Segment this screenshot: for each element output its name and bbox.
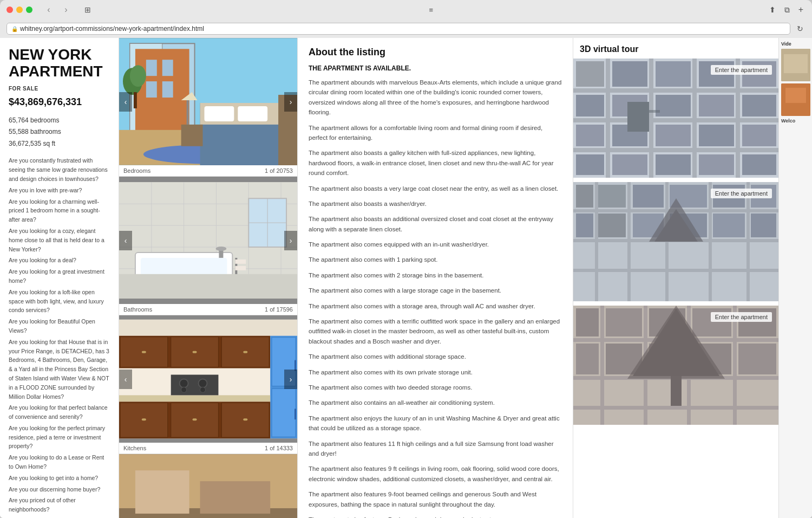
- svg-point-68: [181, 387, 187, 392]
- minimize-button[interactable]: [16, 7, 23, 13]
- svg-rect-155: [785, 88, 806, 103]
- menu-button[interactable]: ≡: [429, 6, 434, 14]
- kitchen-label-bar: Kitchens 1 of 14333: [119, 443, 297, 454]
- svg-rect-105: [649, 110, 660, 113]
- svg-point-35: [215, 247, 226, 251]
- kitchen-count: 1 of 14333: [265, 445, 293, 451]
- question-3: Are you looking for a charming well-pric…: [9, 197, 110, 224]
- nav-buttons: ‹ ›: [41, 4, 74, 15]
- price: $43,869,676,331: [9, 95, 110, 109]
- svg-rect-126: [713, 213, 745, 237]
- desc-para-10: The apartment also comes with a large st…: [309, 286, 562, 295]
- kitchen-next-button[interactable]: ›: [284, 370, 297, 389]
- question-4: Are you looking for a cozy, elegant home…: [9, 226, 110, 254]
- forward-button[interactable]: ›: [58, 4, 74, 15]
- desc-para-16: The apartment also contains an all-weath…: [309, 398, 562, 407]
- svg-rect-94: [576, 125, 604, 146]
- svg-rect-63: [193, 418, 197, 420]
- question-6: Are you looking for a great investment h…: [9, 267, 110, 286]
- desc-para-14: The apartment also comes with its own pr…: [309, 367, 562, 377]
- living-section: [119, 454, 297, 518]
- svg-rect-139: [576, 308, 599, 336]
- svg-rect-127: [751, 213, 776, 237]
- bedroom-section: ‹ › Bedrooms 1 of 20753: [119, 38, 297, 177]
- desc-para-19: The apartment also features 9 ft ceiling…: [309, 464, 562, 484]
- svg-rect-84: [576, 61, 604, 87]
- svg-rect-97: [699, 125, 734, 146]
- svg-rect-82: [573, 118, 778, 122]
- svg-rect-85: [612, 61, 647, 87]
- svg-rect-102: [699, 154, 734, 175]
- address-bar[interactable]: 🔒 whitney.org/artport-commissions/new-yo…: [6, 23, 790, 35]
- bedroom-photo-container: ‹ ›: [119, 38, 297, 165]
- vt-image-2-container[interactable]: Enter the apartment: [573, 182, 778, 301]
- bedroom-next-button[interactable]: ›: [284, 92, 297, 112]
- bathroom-next-button[interactable]: ›: [284, 231, 297, 250]
- vt-image-3-container[interactable]: Enter the apartment: [573, 306, 778, 425]
- question-14: Are you our discerning home buyer?: [9, 485, 110, 494]
- vt-enter-label-3[interactable]: Enter the apartment: [711, 312, 772, 322]
- svg-rect-144: [576, 344, 599, 374]
- fullscreen-button[interactable]: ⧉: [782, 4, 792, 16]
- svg-rect-42: [119, 274, 297, 299]
- new-tab-button[interactable]: +: [796, 4, 806, 16]
- bedroom-prev-button[interactable]: ‹: [119, 92, 132, 112]
- svg-rect-116: [576, 185, 593, 208]
- reload-button[interactable]: ↻: [795, 23, 806, 34]
- right-thumb-2[interactable]: [781, 83, 810, 116]
- right-welcome-label: Welco: [781, 117, 810, 125]
- question-9: Are you looking for that House that is i…: [9, 338, 110, 402]
- svg-rect-83: [573, 148, 778, 152]
- bathroom-label-bar: Bathrooms 1 of 17596: [119, 304, 297, 315]
- question-10: Are you looking for that perfect balance…: [9, 403, 110, 422]
- svg-rect-118: [633, 185, 664, 208]
- svg-point-69: [200, 387, 206, 392]
- svg-rect-99: [576, 154, 604, 175]
- desc-para-17: The apartment also enjoys the luxury of …: [309, 413, 562, 433]
- svg-rect-115: [573, 269, 778, 272]
- maximize-button[interactable]: [26, 7, 32, 13]
- main-content: ‹ › Bedrooms 1 of 20753: [119, 38, 812, 518]
- svg-rect-153: [784, 54, 808, 73]
- apt-available: THE APARTMENT IS AVAILABLE.: [309, 64, 562, 72]
- question-11: Are you looking for the perfect primary …: [9, 424, 110, 451]
- question-15: Are you priced out of other neighborhood…: [9, 496, 110, 514]
- back-button[interactable]: ‹: [41, 4, 56, 15]
- close-button[interactable]: [6, 7, 13, 13]
- vt-image-2: [573, 182, 778, 301]
- svg-rect-138: [573, 406, 778, 410]
- desc-para-5: The apartment also boasts a washer/dryer…: [309, 199, 562, 209]
- bathroom-count: 1 of 17596: [265, 306, 293, 313]
- vt-image-1-container[interactable]: Enter the apartment: [573, 59, 778, 178]
- svg-rect-3: [135, 49, 189, 135]
- svg-rect-4: [146, 60, 157, 76]
- sidebar-toggle-button[interactable]: ⊞: [80, 4, 95, 15]
- vt-enter-label-1[interactable]: Enter the apartment: [711, 65, 772, 75]
- question-7: Are you looking for a loft-like open spa…: [9, 288, 110, 315]
- question-5: Are you looking for a deal?: [9, 256, 110, 265]
- sidebar-questions: Are you constantly frustrated with seein…: [9, 156, 110, 518]
- question-1: Are you constantly frustrated with seein…: [9, 156, 110, 183]
- svg-rect-34: [219, 250, 223, 258]
- browser-toolbar: 🔒 whitney.org/artport-commissions/new-yo…: [0, 20, 812, 38]
- svg-rect-89: [576, 95, 604, 116]
- svg-rect-18: [187, 100, 189, 127]
- bathroom-prev-button[interactable]: ‹: [119, 231, 132, 250]
- svg-rect-103: [742, 154, 776, 175]
- svg-rect-41: [235, 266, 246, 270]
- desc-para-11: The apartment also comes with a storage …: [309, 301, 562, 311]
- desc-para-3: The apartment also boasts a galley kitch…: [309, 148, 562, 178]
- svg-rect-140: [606, 308, 642, 336]
- right-thumb-1[interactable]: [781, 49, 810, 81]
- svg-rect-54: [272, 388, 296, 437]
- sqft-stat: 36,672,535 sq ft: [9, 138, 110, 150]
- svg-rect-5: [162, 60, 173, 76]
- svg-rect-91: [656, 95, 691, 116]
- svg-rect-40: [235, 260, 246, 264]
- kitchen-photo-container: ‹ ›: [119, 315, 297, 443]
- vt-enter-label-2[interactable]: Enter the apartment: [711, 189, 772, 198]
- kitchen-prev-button[interactable]: ‹: [119, 370, 132, 389]
- share-button[interactable]: ⬆: [767, 4, 778, 15]
- svg-point-9: [130, 65, 146, 87]
- svg-rect-122: [576, 213, 593, 237]
